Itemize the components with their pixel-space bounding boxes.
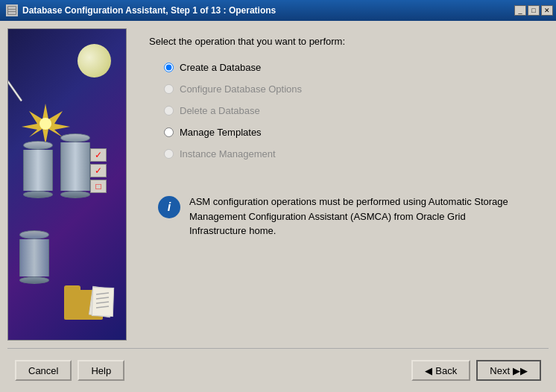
close-button[interactable]: ✕ <box>541 5 553 16</box>
title-bar: Database Configuration Assistant, Step 1… <box>0 0 556 21</box>
info-icon: i <box>158 196 180 218</box>
svg-rect-4 <box>7 54 22 101</box>
radio-manage-templates[interactable] <box>164 127 174 137</box>
folder-documents <box>63 276 122 331</box>
radio-create-db[interactable] <box>164 63 174 72</box>
radio-item-create[interactable]: Create a Database <box>164 62 534 73</box>
svg-rect-12 <box>92 288 113 317</box>
radio-item-delete[interactable]: Delete a Database <box>164 105 534 116</box>
info-box: i ASM configuration operations must be p… <box>149 186 534 247</box>
next-arrow-icon: ▶▶ <box>513 365 528 376</box>
back-arrow-icon: ◀ <box>425 365 432 376</box>
svg-rect-10 <box>64 285 80 293</box>
radio-label-create: Create a Database <box>180 62 261 73</box>
illustration-panel: ✓ ✓ □ ✗ <box>7 28 127 341</box>
instruction-text: Select the operation that you want to pe… <box>149 36 534 47</box>
db-cylinder-3 <box>19 230 49 284</box>
minimize-button[interactable]: _ <box>514 5 526 16</box>
back-label: Back <box>435 365 457 376</box>
radio-delete-db[interactable] <box>164 106 174 116</box>
svg-rect-2 <box>8 10 16 11</box>
right-buttons: ◀ Back Next ▶▶ <box>411 360 541 381</box>
check-marks: ✓ ✓ □ <box>90 148 107 193</box>
left-buttons: Cancel Help <box>15 360 124 381</box>
main-content: ✓ ✓ □ ✗ <box>0 21 556 392</box>
cancel-button[interactable]: Cancel <box>15 360 72 381</box>
back-button[interactable]: ◀ Back <box>411 360 470 381</box>
bottom-bar: Cancel Help ◀ Back Next ▶▶ <box>0 349 556 392</box>
radio-group: Create a Database Configure Database Opt… <box>164 62 534 159</box>
right-panel: Select the operation that you want to pe… <box>134 28 549 341</box>
svg-point-8 <box>40 118 51 130</box>
svg-rect-1 <box>8 7 16 9</box>
radio-label-templates: Manage Templates <box>180 127 262 138</box>
maximize-button[interactable]: □ <box>528 5 540 16</box>
db-cylinder-1 <box>23 141 53 198</box>
window-controls: _ □ ✕ <box>514 5 553 16</box>
moon-decoration <box>78 44 111 78</box>
db-cylinder-2 <box>60 133 90 198</box>
radio-instance-mgmt[interactable] <box>164 149 174 159</box>
check-item-1: ✓ <box>90 148 107 162</box>
app-icon <box>6 4 18 16</box>
radio-label-configure: Configure Database Options <box>180 83 302 95</box>
content-area: ✓ ✓ □ ✗ <box>0 21 556 348</box>
svg-rect-3 <box>8 12 16 14</box>
info-message: ASM configuration operations must be per… <box>189 195 525 238</box>
radio-label-delete: Delete a Database <box>180 105 260 116</box>
check-item-2: ✓ <box>90 164 107 177</box>
info-icon-letter: i <box>168 200 171 214</box>
title-bar-left: Database Configuration Assistant, Step 1… <box>6 4 276 16</box>
next-button[interactable]: Next ▶▶ <box>476 360 541 381</box>
help-button[interactable]: Help <box>78 360 124 381</box>
next-label: Next <box>490 365 510 376</box>
check-item-3: □ <box>90 180 107 193</box>
radio-item-instance[interactable]: Instance Management <box>164 148 534 159</box>
radio-configure-db[interactable] <box>164 84 174 94</box>
radio-label-instance: Instance Management <box>180 148 276 159</box>
window-title: Database Configuration Assistant, Step 1… <box>22 5 276 16</box>
radio-item-templates[interactable]: Manage Templates <box>164 127 534 138</box>
radio-item-configure[interactable]: Configure Database Options <box>164 83 534 95</box>
